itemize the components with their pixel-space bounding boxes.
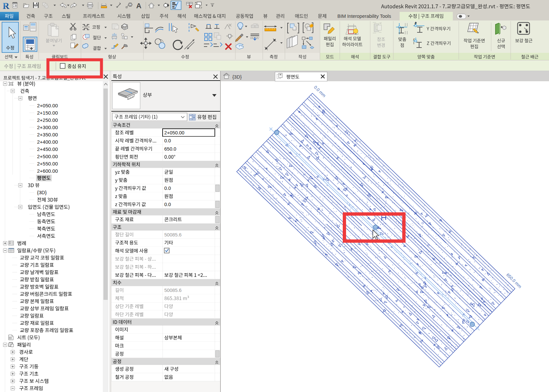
svg-text:2+600.00: 2+600.00 xyxy=(37,168,58,174)
svg-text:2+400.00: 2+400.00 xyxy=(37,139,58,145)
svg-text:y: y xyxy=(414,22,416,25)
svg-text:2+250.00: 2+250.00 xyxy=(37,117,58,123)
svg-text:0.0 mm: 0.0 mm xyxy=(313,85,327,98)
svg-text:2+550.00: 2+550.00 xyxy=(37,161,58,166)
svg-text:1: 1 xyxy=(130,4,131,6)
svg-text:R: R xyxy=(3,1,10,11)
svg-text:{3D}: {3D} xyxy=(232,74,242,80)
svg-text:z: z xyxy=(413,38,415,41)
svg-text:50085.6: 50085.6 xyxy=(164,288,181,293)
svg-text:2+350.00: 2+350.00 xyxy=(37,132,58,137)
svg-text:0.0: 0.0 xyxy=(164,138,171,143)
svg-text:{3D}: {3D} xyxy=(37,190,47,195)
svg-text:650.0: 650.0 xyxy=(164,146,176,152)
svg-text:2+500.00: 2+500.00 xyxy=(37,154,58,159)
svg-text:0.0: 0.0 xyxy=(164,186,171,191)
svg-text:A: A xyxy=(136,2,141,10)
svg-text:2+450.00: 2+450.00 xyxy=(37,146,58,152)
svg-text:650.0 mm: 650.0 mm xyxy=(505,272,523,289)
svg-text:0.0: 0.0 xyxy=(164,202,171,207)
svg-text:2+050.00: 2+050.00 xyxy=(37,103,58,108)
svg-text:BIM Interoperability Tools: BIM Interoperability Tools xyxy=(337,14,391,19)
svg-text:2+050.00: 2+050.00 xyxy=(164,130,184,135)
svg-text:50085.6: 50085.6 xyxy=(164,232,181,237)
svg-text:2+300.00: 2+300.00 xyxy=(37,125,58,130)
svg-text:2+150.00: 2+150.00 xyxy=(37,110,58,116)
